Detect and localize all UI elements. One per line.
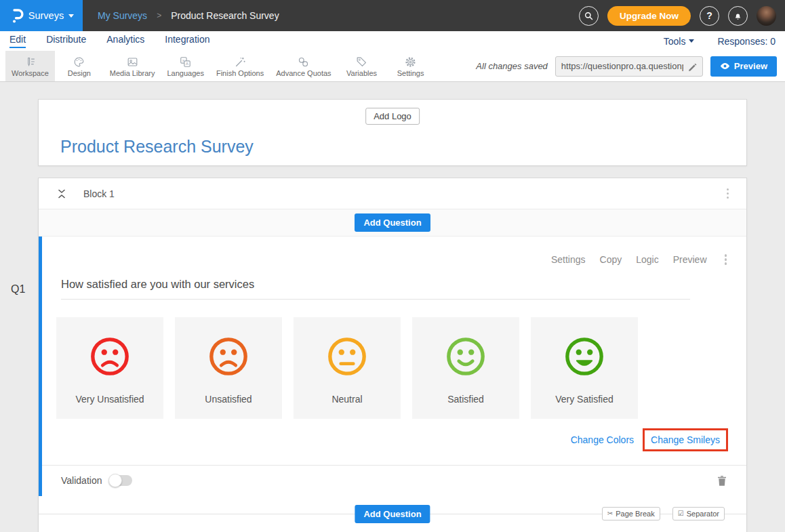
change-colors-link[interactable]: Change Colors — [571, 434, 634, 445]
option-label: Satisfied — [447, 394, 484, 405]
help-button[interactable]: ? — [700, 6, 719, 26]
toolbar-item-label: Settings — [397, 69, 424, 77]
caret-down-icon — [689, 39, 694, 43]
toolbar-item-variables[interactable]: Variables — [338, 51, 386, 81]
option-label: Unsatisfied — [205, 394, 251, 405]
survey-title-card: Add Logo Product Research Survey — [38, 99, 747, 166]
question-action-logic[interactable]: Logic — [636, 254, 658, 265]
save-status: All changes saved — [476, 61, 548, 71]
smiley-frown-icon — [207, 335, 249, 377]
option-label: Very Unsatisfied — [75, 394, 144, 405]
question-section: SettingsCopyLogicPreview How satisfied a… — [42, 237, 746, 465]
collapse-icon — [57, 188, 66, 199]
toolbar-item-label: Variables — [346, 69, 377, 77]
separator-label: Separator — [687, 510, 719, 518]
add-question-row-top: Add Question — [39, 209, 746, 237]
question-index: Q1 — [11, 283, 25, 295]
toolbar-item-label: Finish Options — [216, 69, 264, 77]
question-actions: SettingsCopyLogicPreview — [42, 237, 746, 268]
notifications-button[interactable] — [728, 6, 748, 26]
validation-toggle[interactable] — [110, 475, 132, 486]
question-action-copy[interactable]: Copy — [600, 254, 622, 265]
smiley-grin-icon — [563, 335, 605, 377]
change-smileys-link[interactable]: Change Smileys — [651, 434, 720, 445]
separator-button[interactable]: ☑ Separator — [672, 507, 725, 520]
tools-menu-label: Tools — [664, 36, 686, 47]
search-button[interactable] — [579, 6, 599, 26]
upgrade-now-button[interactable]: Upgrade Now — [607, 6, 691, 26]
validation-label: Validation — [61, 475, 102, 486]
tab-edit[interactable]: Edit — [9, 34, 26, 48]
languages-icon: xA — [179, 56, 192, 68]
page-break-button[interactable]: ✂ Page Break — [602, 507, 660, 520]
tab-analytics[interactable]: Analytics — [106, 34, 144, 48]
survey-subnav: EditDistributeAnalyticsIntegration Tools… — [0, 31, 785, 51]
toolbar-item-label: Workspace — [12, 69, 49, 77]
toolbar-item-label: Design — [68, 69, 91, 77]
breadcrumb-my-surveys-link[interactable]: My Surveys — [98, 10, 147, 21]
checkbox-icon: ☑ — [678, 510, 684, 517]
annotation-highlight-box: Change Smileys — [643, 428, 728, 451]
toolbar-items: WorkspaceDesignMedia LibraryxALanguagesF… — [5, 51, 435, 81]
toolbar-item-label: Languages — [167, 69, 203, 77]
smiley-option-satisfied[interactable]: Satisfied — [412, 317, 519, 419]
smiley-option-neutral[interactable]: Neutral — [294, 317, 401, 419]
add-question-button-bottom[interactable]: Add Question — [355, 505, 430, 523]
surveys-menu[interactable]: Surveys — [0, 0, 83, 31]
question-menu-button[interactable] — [722, 251, 730, 268]
question-action-preview[interactable]: Preview — [673, 254, 707, 265]
toolbar-item-label: Advance Quotas — [276, 69, 331, 77]
delete-question-button[interactable] — [716, 474, 728, 488]
svg-text:A: A — [186, 62, 188, 66]
media-library-icon — [126, 56, 139, 68]
question-text-field: How satisfied are you with our services — [61, 278, 690, 300]
toolbar-item-design[interactable]: Design — [55, 51, 104, 81]
smiley-option-very-satisfied[interactable]: Very Satisfied — [531, 317, 638, 419]
add-question-row-bottom: Add Question ✂ Page Break ☑ Separator — [39, 496, 746, 532]
smiley-option-very-unsatisfied[interactable]: Very Unsatisfied — [56, 317, 163, 419]
survey-url-input[interactable]: https://questionpro.qa.questionp — [555, 56, 703, 77]
toolbar-item-finish-options[interactable]: Finish Options — [210, 51, 270, 81]
block-collapse-button[interactable] — [57, 188, 66, 199]
survey-url-value: https://questionpro.qa.questionp — [561, 61, 683, 71]
smiley-option-unsatisfied[interactable]: Unsatisfied — [175, 317, 282, 419]
settings-icon — [404, 56, 417, 68]
option-label: Very Satisfied — [555, 394, 613, 405]
toolbar-item-languages[interactable]: xALanguages — [161, 51, 209, 81]
top-header: Surveys My Surveys > Product Research Su… — [0, 0, 785, 31]
smiley-options: Very UnsatisfiedUnsatisfiedNeutralSatisf… — [56, 317, 746, 419]
svg-text:x: x — [182, 58, 184, 62]
question-links-row: Change Colors Change Smileys — [42, 428, 728, 451]
block-card: Block 1 Add Question SettingsCopyLogicPr… — [38, 178, 747, 532]
tools-menu[interactable]: Tools — [664, 36, 695, 47]
survey-title[interactable]: Product Research Survey — [60, 137, 254, 157]
breadcrumb-separator: > — [157, 11, 161, 20]
variables-icon — [355, 56, 368, 68]
trash-icon — [717, 475, 727, 487]
user-avatar[interactable] — [757, 6, 776, 26]
toolbar-item-advance-quotas[interactable]: Advance Quotas — [270, 51, 337, 81]
search-icon — [584, 11, 594, 21]
breadcrumb: My Surveys > Product Research Survey — [98, 10, 279, 21]
breadcrumb-current: Product Research Survey — [171, 10, 279, 21]
add-logo-button[interactable]: Add Logo — [365, 108, 420, 125]
toolbar-item-settings[interactable]: Settings — [386, 51, 435, 81]
pencil-icon[interactable] — [687, 62, 697, 71]
tab-distribute[interactable]: Distribute — [46, 34, 86, 48]
subnav-right: Tools Responses: 0 — [664, 36, 776, 47]
block-menu-button[interactable] — [724, 186, 732, 202]
block-title[interactable]: Block 1 — [83, 188, 115, 199]
smiley-frown-icon — [89, 335, 131, 377]
question-action-settings[interactable]: Settings — [551, 254, 586, 265]
preview-button[interactable]: Preview — [710, 56, 777, 77]
question-block: SettingsCopyLogicPreview How satisfied a… — [39, 237, 746, 496]
toolbar-item-workspace[interactable]: Workspace — [5, 51, 55, 81]
add-question-button-top[interactable]: Add Question — [355, 213, 430, 232]
question-text[interactable]: How satisfied are you with our services — [61, 278, 690, 291]
responses-count: Responses: 0 — [717, 36, 776, 47]
advance-quotas-icon — [297, 56, 310, 68]
tab-integration[interactable]: Integration — [165, 34, 209, 48]
workspace-icon — [24, 56, 37, 68]
eye-icon — [720, 62, 730, 70]
toolbar-item-media-library[interactable]: Media Library — [104, 51, 161, 81]
